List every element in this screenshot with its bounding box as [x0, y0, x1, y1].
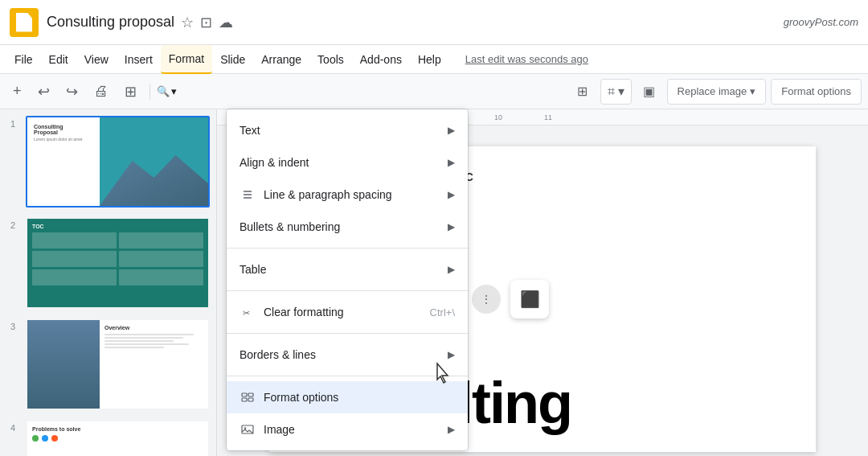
- menu-align-indent[interactable]: Align & indent ▶: [227, 146, 468, 179]
- slide-panel: 1 ConsultingProposal Lorem ipsum dolor s…: [0, 109, 217, 456]
- menu-format[interactable]: Format: [161, 45, 212, 74]
- table-arrow: ▶: [448, 264, 455, 275]
- crop-button[interactable]: ⌗ ▾: [600, 79, 632, 105]
- s2-cell-3: [32, 251, 117, 267]
- zoom-icon: 🔍: [157, 85, 170, 97]
- s1-title: ConsultingProposal: [34, 124, 93, 135]
- menu-bullets-numbering[interactable]: Bullets & numbering ▶: [227, 211, 468, 243]
- replace-arrow-icon: ▾: [750, 85, 755, 97]
- slide-num-1: 1: [6, 119, 19, 129]
- format-options-icon: [240, 389, 256, 405]
- format-text-label: Text: [240, 124, 260, 137]
- format-options-menu-label: Format options: [264, 391, 338, 404]
- last-edit[interactable]: Last edit was seconds ago: [465, 53, 588, 65]
- more-options-button[interactable]: ⋮: [472, 285, 501, 314]
- slide-thumb-4[interactable]: 4 Problems to solve: [6, 420, 210, 456]
- paintformat-button[interactable]: ⊞: [118, 79, 143, 105]
- divider-1: [227, 248, 468, 249]
- table-label: Table: [240, 263, 266, 276]
- doc-title: Consulting proposal: [47, 14, 174, 31]
- menu-edit[interactable]: Edit: [41, 45, 76, 74]
- align-indent-label: Align & indent: [240, 156, 309, 169]
- menu-format-text[interactable]: Text ▶: [227, 114, 468, 146]
- menu-addons[interactable]: Add-ons: [352, 45, 410, 74]
- zoom-control[interactable]: 🔍 ▾: [157, 85, 177, 97]
- crop-icon: ⌗: [608, 84, 615, 99]
- s2-cell-5: [32, 269, 117, 286]
- svg-rect-7: [248, 398, 253, 401]
- image-label: Image: [264, 423, 295, 436]
- menu-image[interactable]: Image ▶: [227, 413, 468, 446]
- format-text-arrow: ▶: [448, 125, 455, 136]
- line-spacing-label: Line & paragraph spacing: [264, 188, 392, 201]
- divider-2: [227, 290, 468, 291]
- menu-file[interactable]: File: [6, 45, 41, 74]
- menu-table[interactable]: Table ▶: [227, 253, 468, 286]
- s3-lines: [104, 334, 203, 348]
- align-indent-arrow: ▶: [448, 157, 455, 168]
- svg-rect-4: [242, 393, 247, 396]
- menu-insert[interactable]: Insert: [117, 45, 161, 74]
- slide-img-4[interactable]: Problems to solve: [26, 420, 210, 456]
- add-button[interactable]: +: [6, 79, 28, 105]
- menu-tools[interactable]: Tools: [309, 45, 352, 74]
- line-spacing-arrow: ▶: [448, 189, 455, 200]
- cloud-icon[interactable]: ☁: [219, 14, 233, 31]
- s2-cell-6: [119, 269, 203, 286]
- app-icon: [10, 8, 39, 37]
- line-spacing-icon: [240, 187, 256, 203]
- borders-lines-label: Borders & lines: [240, 348, 316, 361]
- slide-num-4: 4: [6, 423, 19, 433]
- slide-img-2[interactable]: TOC: [26, 217, 210, 309]
- slide-thumb-3[interactable]: 3 Overview: [6, 318, 210, 410]
- slide-num-3: 3: [6, 322, 19, 331]
- slide-img-1[interactable]: ConsultingProposal Lorem ipsum dolor sit…: [26, 116, 210, 207]
- menu-borders-lines[interactable]: Borders & lines ▶: [227, 339, 468, 371]
- s2-grid: [32, 232, 203, 286]
- s4-dots: [32, 435, 203, 442]
- s2-toc-title: TOC: [32, 224, 203, 229]
- menu-slide[interactable]: Slide: [212, 45, 253, 74]
- slide-img-3[interactable]: Overview: [26, 318, 210, 410]
- divider-4: [227, 376, 468, 376]
- divider-3: [227, 333, 468, 334]
- s2-cell-4: [119, 251, 203, 267]
- redo-button[interactable]: ↪: [59, 79, 84, 105]
- format-dropdown-menu: Text ▶ Align & indent ▶ Line & paragraph…: [227, 109, 468, 450]
- external-link-button[interactable]: ⬛: [510, 280, 549, 318]
- slide-num-2: 2: [6, 220, 19, 230]
- image-mask-btn[interactable]: ▣: [637, 79, 662, 105]
- menu-view[interactable]: View: [76, 45, 117, 74]
- undo-button[interactable]: ↩: [31, 79, 56, 105]
- menu-help[interactable]: Help: [410, 45, 449, 74]
- menu-arrange[interactable]: Arrange: [253, 45, 309, 74]
- clear-formatting-label: Clear formatting: [264, 306, 344, 318]
- bullets-numbering-label: Bullets & numbering: [240, 220, 340, 233]
- menu-bar: File Edit View Insert Format Slide Arran…: [0, 45, 868, 74]
- menu-line-spacing[interactable]: Line & paragraph spacing ▶: [227, 179, 468, 211]
- layout-icon-btn[interactable]: ⊞: [570, 79, 596, 105]
- slide-thumb-2[interactable]: 2 TOC: [6, 217, 210, 309]
- svg-rect-6: [242, 398, 247, 401]
- menu-format-options[interactable]: Format options: [227, 381, 468, 413]
- brand-text: groovyPost.com: [784, 16, 858, 28]
- menu-clear-formatting[interactable]: ✂ Clear formatting Ctrl+\: [227, 296, 468, 328]
- image-arrow: ▶: [448, 424, 455, 435]
- top-bar: Consulting proposal ☆ ⊡ ☁ groovyPost.com: [0, 0, 868, 45]
- svg-rect-5: [248, 393, 253, 396]
- replace-image-label: Replace image: [678, 85, 747, 97]
- s2-cell-2: [119, 232, 203, 249]
- print-button[interactable]: 🖨: [88, 79, 115, 105]
- replace-image-button[interactable]: Replace image ▾: [667, 79, 767, 105]
- folder-icon[interactable]: ⊡: [200, 14, 212, 31]
- image-icon: [240, 421, 256, 438]
- slide-thumb-1[interactable]: 1 ConsultingProposal Lorem ipsum dolor s…: [6, 116, 210, 207]
- crop-arrow: ▾: [618, 84, 624, 99]
- bullets-numbering-arrow: ▶: [448, 221, 455, 232]
- star-icon[interactable]: ☆: [181, 14, 194, 31]
- zoom-arrow: ▾: [171, 85, 177, 97]
- format-options-label: Format options: [781, 85, 851, 97]
- clear-formatting-icon: ✂: [240, 304, 256, 320]
- s1-mountain: [100, 150, 208, 206]
- format-options-button[interactable]: Format options: [771, 79, 862, 105]
